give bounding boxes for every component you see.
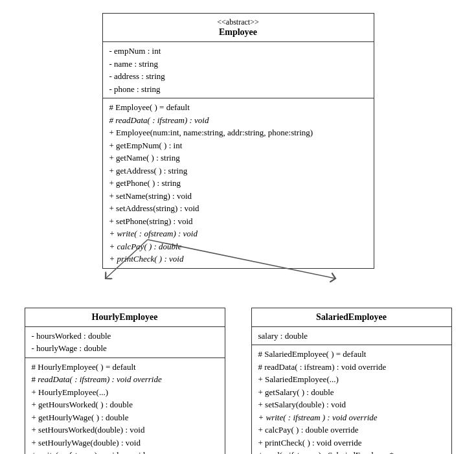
salaried-method-7: + calcPay( ) : double override [258, 424, 445, 437]
method-3: + Employee(num:int, name:string, addr:st… [109, 126, 367, 139]
attr-3: - address : string [109, 70, 367, 83]
method-2: # readData( : ifstream) : void [109, 114, 367, 127]
method-10: + setPhone(string) : void [109, 215, 367, 228]
hourly-attr-1: - hoursWorked : double [32, 330, 218, 343]
hourly-method-7: + setHourlyWage(double) : void [32, 437, 218, 449]
hourly-method-8: + write( : ofstream) : void override [32, 449, 218, 454]
arrow-spacer [25, 269, 452, 308]
method-11: + write( : ofstream) : void [109, 227, 367, 240]
hourly-method-6: + setHoursWorked(double) : void [32, 424, 218, 437]
salaried-method-5: + setSalary(double) : void [258, 398, 445, 411]
method-5: + getName( ) : string [109, 152, 367, 165]
hourly-class: HourlyEmployee - hoursWorked : double - … [25, 308, 225, 455]
method-7: + getPhone( ) : string [109, 177, 367, 190]
salaried-header: SalariedEmployee [252, 308, 451, 327]
salaried-method-6: + write( : ifstream ) : void override [258, 411, 445, 424]
method-6: + getAddress( ) : string [109, 165, 367, 177]
attr-4: - phone : string [109, 83, 367, 96]
method-1: # Employee( ) = default [109, 101, 367, 114]
employee-class: <<abstract>> Employee - empNum : int - n… [102, 13, 374, 269]
method-8: + setName(string) : void [109, 190, 367, 203]
hourly-methods: # HourlyEmployee( ) = default # readData… [25, 358, 225, 455]
salaried-method-1: # SalariedEmployee( ) = default [258, 348, 445, 361]
salaried-method-3: + SalariedEmployee(...) [258, 373, 445, 386]
salaried-method-8: + printCheck( ) : void override [258, 437, 445, 449]
attr-1: - empNum : int [109, 45, 367, 58]
employee-attributes: - empNum : int - name : string - address… [103, 42, 374, 98]
method-4: + getEmpNum( ) : int [109, 139, 367, 152]
method-12: + calcPay( ) : double [109, 240, 367, 253]
hourly-method-1: # HourlyEmployee( ) = default [32, 361, 218, 374]
salaried-method-4: + getSalary( ) : double [258, 386, 445, 399]
uml-diagram: <<abstract>> Employee - empNum : int - n… [12, 0, 465, 454]
salaried-attr-1: salary : double [258, 330, 445, 343]
hourly-attributes: - hoursWorked : double - hourlyWage : do… [25, 327, 225, 358]
employee-methods: # Employee( ) = default # readData( : if… [103, 98, 374, 268]
hourly-classname: HourlyEmployee [32, 312, 218, 323]
hourly-method-5: + getHourlyWage( ) : double [32, 411, 218, 424]
hourly-method-2: # readData( : ifstream) : void override [32, 373, 218, 386]
salaried-method-9: + read( : ifstream ) : SalariedEmployee* [258, 449, 445, 454]
hourly-header: HourlyEmployee [25, 308, 225, 327]
salaried-classname: SalariedEmployee [258, 312, 445, 323]
method-9: + setAddress(string) : void [109, 202, 367, 215]
salaried-class: SalariedEmployee salary : double # Salar… [251, 308, 452, 455]
employee-stereotype: <<abstract>> [109, 17, 367, 27]
salaried-attributes: salary : double [252, 327, 451, 346]
hourly-method-3: + HourlyEmployee(...) [32, 386, 218, 399]
attr-2: - name : string [109, 58, 367, 71]
employee-classname: Employee [109, 27, 367, 38]
method-13: + printCheck( ) : void [109, 253, 367, 266]
salaried-methods: # SalariedEmployee( ) = default # readDa… [252, 345, 451, 454]
hourly-method-4: + getHoursWorked( ) : double [32, 398, 218, 411]
salaried-method-2: # readData( : ifstream) : void override [258, 361, 445, 374]
hourly-attr-2: - hourlyWage : double [32, 342, 218, 355]
employee-header: <<abstract>> Employee [103, 14, 374, 42]
